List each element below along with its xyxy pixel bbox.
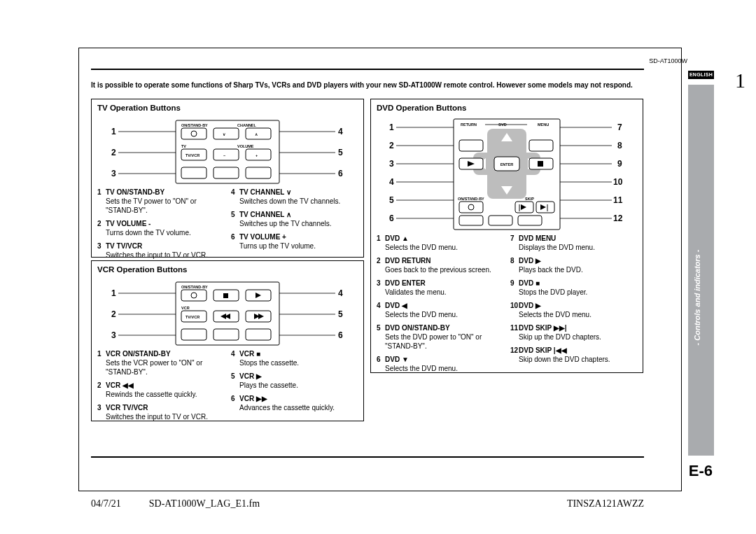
dvd-section: DVD Operation Buttons 1 2 3 4 5 6 7 8 9 … — [370, 99, 643, 373]
list-item: 2VCR ◀◀Rewinds the cassette quickly. — [97, 381, 224, 399]
svg-text:3: 3 — [389, 159, 394, 169]
svg-text:9: 9 — [617, 159, 622, 169]
svg-rect-57 — [246, 329, 271, 340]
tv-col-left: 1TV ON/STAND-BYSets the TV power to "ON"… — [97, 188, 224, 264]
svg-text:ON/STAND-BY: ON/STAND-BY — [181, 123, 208, 127]
tv-diagram-svg: 1 2 3 4 5 6 ON/STAND-BY CHANNEL ∨ ∧ TV V — [97, 115, 358, 188]
vcr-diagram-svg: 1 2 3 4 5 6 ON/STAND-BY VCR TV/VCR — [97, 276, 358, 349]
svg-text:4: 4 — [338, 288, 343, 298]
list-item: 1VCR ON/STAND-BYSets the VCR power to "O… — [97, 349, 224, 377]
list-item: 3DVD ENTERValidates the menu. — [377, 279, 503, 297]
svg-rect-13 — [246, 128, 271, 139]
list-item: 2DVD RETURNGoes back to the previous scr… — [377, 256, 503, 274]
svg-rect-111 — [459, 216, 483, 225]
list-item: 6TV VOLUME +Turns up the TV volume. — [231, 232, 358, 251]
footer-file: SD-AT1000W_LAG_E1.fm — [149, 498, 260, 510]
vcr-diagram: 1 2 3 4 5 6 ON/STAND-BY VCR TV/VCR — [97, 276, 358, 349]
svg-text:ON/STAND-BY: ON/STAND-BY — [458, 197, 484, 201]
svg-rect-25 — [246, 167, 271, 178]
svg-text:12: 12 — [613, 213, 623, 223]
svg-rect-87 — [459, 140, 483, 151]
e-page: E-6 — [689, 462, 713, 480]
svg-text:TV/VCR: TV/VCR — [186, 153, 200, 157]
vcr-title: VCR Operation Buttons — [97, 265, 358, 274]
list-item: 7DVD MENUDisplays the DVD menu. — [510, 234, 637, 252]
svg-rect-98 — [538, 161, 543, 167]
footer: 04/7/21 SD-AT1000W_LAG_E1.fm TINSZA121AW… — [91, 498, 644, 510]
svg-text:1: 1 — [389, 122, 394, 132]
svg-rect-55 — [181, 329, 206, 340]
list-item: 6DVD ▼Selects the DVD menu. — [377, 355, 503, 373]
svg-text:10: 10 — [613, 177, 623, 187]
svg-text:∧: ∧ — [255, 132, 258, 136]
model-id: SD-AT1000W — [649, 57, 687, 64]
tv-title: TV Operation Buttons — [97, 104, 358, 112]
svg-rect-88 — [529, 140, 553, 151]
svg-text:8: 8 — [617, 141, 622, 150]
list-item: 3VCR TV/VCRSwitches the input to TV or V… — [97, 403, 224, 421]
svg-text:2: 2 — [389, 141, 394, 150]
svg-text:5: 5 — [389, 195, 394, 205]
list-item: 9DVD ■Stops the DVD player. — [510, 279, 637, 297]
svg-text:3: 3 — [111, 330, 116, 340]
svg-rect-19 — [214, 149, 239, 160]
footer-date: 04/7/21 — [91, 498, 121, 510]
list-item: 10DVD ▶Selects the DVD menu. — [510, 301, 637, 319]
list-item: 4DVD ◀Selects the DVD menu. — [377, 301, 503, 319]
document-page: SD-AT1000W It is possible to operate som… — [0, 0, 756, 534]
svg-rect-113 — [518, 216, 542, 225]
svg-text:ENTER: ENTER — [500, 162, 514, 167]
svg-text:6: 6 — [338, 330, 343, 340]
svg-text:11: 11 — [613, 195, 623, 205]
svg-text:VOLUME: VOLUME — [237, 144, 254, 148]
tv-section: TV Operation Buttons 1 2 3 4 5 6 ON/STAN… — [91, 99, 364, 258]
list-item: 5VCR ▶Plays the cassette. — [231, 372, 358, 390]
list-item: 4VCR ■Stops the cassette. — [231, 349, 358, 367]
svg-text:TV: TV — [181, 144, 186, 148]
list-item: 1DVD ▲Selects the DVD menu. — [377, 234, 503, 252]
list-item: 2TV VOLUME -Turns down the TV volume. — [97, 219, 224, 237]
svg-rect-56 — [214, 329, 239, 340]
svg-rect-23 — [181, 167, 206, 178]
svg-text:5: 5 — [338, 309, 343, 319]
tv-num-2: 2 — [111, 148, 116, 157]
list-item: 4TV CHANNEL ∨Switches down the TV channe… — [231, 188, 358, 206]
list-item: 5DVD ON/STAND-BYSets the DVD power to "O… — [377, 323, 503, 351]
tv-list: 1TV ON/STAND-BYSets the TV power to "ON"… — [97, 188, 358, 264]
svg-rect-102 — [459, 202, 483, 213]
svg-text:MENU: MENU — [538, 122, 549, 127]
side-subtitle: - Controls and indicators - — [693, 189, 701, 406]
svg-text:7: 7 — [617, 122, 622, 132]
divider-top — [91, 69, 644, 70]
dvd-diagram: 1 2 3 4 5 6 7 8 9 10 11 12 — [377, 115, 637, 234]
tv-diagram: 1 2 3 4 5 6 ON/STAND-BY CHANNEL ∨ ∧ TV V — [97, 115, 358, 188]
tv-col-right: 4TV CHANNEL ∨Switches down the TV channe… — [231, 188, 358, 264]
svg-rect-43 — [223, 293, 228, 298]
svg-text:RETURN: RETURN — [461, 122, 477, 127]
list-item: 6VCR ▶▶Advances the cassette quickly. — [231, 394, 358, 412]
svg-text:VCR: VCR — [181, 306, 190, 310]
svg-text:2: 2 — [111, 309, 116, 319]
list-item: 3TV TV/VCRSwitches the input to TV or VC… — [97, 241, 224, 260]
tv-num-6: 6 — [338, 169, 343, 178]
svg-rect-11 — [214, 128, 239, 139]
svg-text:ON/STAND-BY: ON/STAND-BY — [181, 285, 208, 289]
page-number: 1 — [735, 69, 746, 92]
svg-text:−: − — [223, 153, 225, 157]
dvd-list: 1DVD ▲Selects the DVD menu. 2DVD RETURNG… — [377, 234, 637, 377]
svg-rect-21 — [246, 149, 271, 160]
list-item: 5TV CHANNEL ∧Switches up the TV channels… — [231, 210, 358, 228]
svg-text:1: 1 — [111, 288, 116, 298]
footer-code: TINSZA121AWZZ — [567, 498, 644, 510]
svg-text:6: 6 — [389, 213, 394, 223]
divider-bottom — [91, 456, 644, 458]
list-item: 11DVD SKIP ▶▶|Skip up the DVD chapters. — [510, 323, 637, 342]
vcr-section: VCR Operation Buttons 1 2 3 4 5 6 ON/STA… — [91, 260, 364, 421]
list-item: 12DVD SKIP |◀◀Skip down the DVD chapters… — [510, 346, 637, 364]
svg-rect-24 — [214, 167, 239, 178]
svg-text:4: 4 — [389, 177, 394, 187]
svg-text:TV/VCR: TV/VCR — [186, 315, 200, 319]
svg-text:∨: ∨ — [223, 132, 225, 136]
dvd-title: DVD Operation Buttons — [377, 104, 637, 112]
intro-text: It is possible to operate some functions… — [91, 80, 644, 90]
